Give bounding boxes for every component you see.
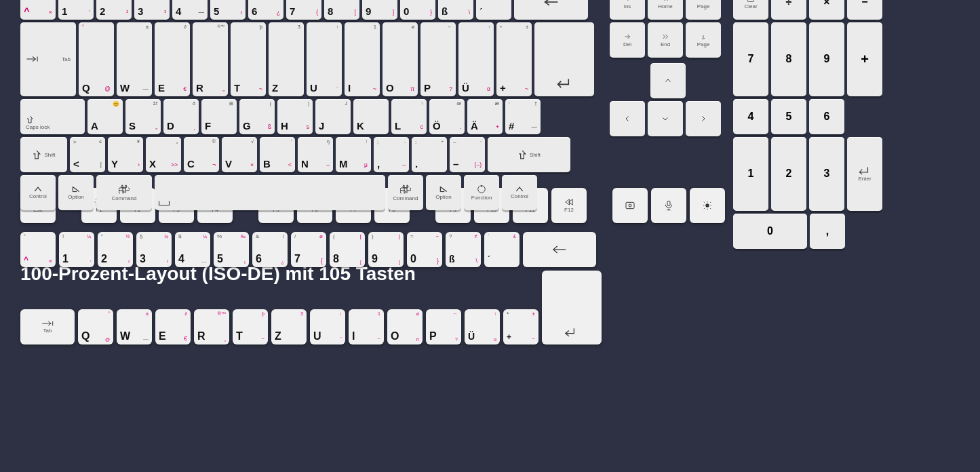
key-3[interactable]: § ¾ 3 ³ [134, 0, 170, 20]
key-enter[interactable] [534, 22, 594, 96]
key-space[interactable] [155, 175, 385, 210]
key-1[interactable]: ! ¼ 1 ' [58, 0, 94, 20]
key-7[interactable]: / ø 7 { [286, 0, 321, 20]
key-plus[interactable]: * ± + ~ [503, 309, 538, 345]
key-page-up[interactable]: Page [686, 0, 721, 20]
key-j[interactable]: J J [315, 99, 351, 134]
key-num-clear[interactable]: Clear [733, 0, 768, 20]
key-num-0[interactable]: 0 [733, 214, 807, 249]
key-left-option[interactable]: Option [58, 175, 94, 210]
key-u[interactable]: ↑ U ¨ [310, 309, 345, 345]
key-caret[interactable]: ° ^ × [20, 0, 56, 20]
key-backtick[interactable]: ˋ £ ´ [484, 232, 520, 267]
key-z[interactable]: 3 Z [269, 22, 304, 96]
key-backspace[interactable] [523, 232, 596, 267]
key-k[interactable]: K [353, 99, 389, 134]
key-u[interactable]: ↑ U ¨ [307, 22, 342, 96]
key-r[interactable]: ®™ R „ [193, 22, 228, 96]
key-num-4[interactable]: 4 [733, 99, 768, 134]
key-e[interactable]: ∂ E € [155, 22, 190, 96]
key-plus-star[interactable]: * ± + ~ [496, 22, 532, 96]
key-b[interactable]: ' B < [260, 137, 295, 172]
key-s[interactable]: Σf S „ [125, 99, 161, 134]
key-down[interactable] [648, 101, 683, 136]
key-ae[interactable]: æ Ä + [467, 99, 503, 134]
key-f[interactable]: ⊞ F [201, 99, 237, 134]
key-num-6[interactable]: 6 [809, 99, 844, 134]
key-3[interactable]: § ¾ 3 ³ [136, 232, 172, 267]
key-e[interactable]: ∂ E € [155, 309, 191, 345]
key-g[interactable]: ( G ß [239, 99, 275, 134]
key-o[interactable]: ø O π [383, 22, 418, 96]
key-h[interactable]: ) H s [277, 99, 313, 134]
key-acute[interactable]: ˋ £ ´ [476, 0, 511, 20]
key-r[interactable]: ®™ R „ [194, 309, 229, 345]
key-2[interactable]: " ½ 2 ² [96, 0, 132, 20]
key-a[interactable]: 😊 A [87, 99, 123, 134]
key-num-5[interactable]: 5 [771, 99, 806, 134]
key-num-mul[interactable]: × [809, 0, 844, 20]
key-i[interactable]: 1 I ~ [349, 309, 384, 345]
key-6[interactable]: & / 6 ¿ [252, 232, 288, 267]
key-home[interactable]: Home [648, 0, 683, 20]
key-9[interactable]: ) ⌋ 9 ] [362, 0, 397, 20]
key-hash[interactable]: ' † # — [505, 99, 541, 134]
key-caps-lock[interactable]: Caps lock [20, 99, 85, 134]
key-9[interactable]: ) ] 9 ] [368, 232, 404, 267]
key-4[interactable]: $ ¼ 4 — [172, 0, 208, 20]
key-l[interactable]: ↑ L c [391, 99, 427, 134]
key-0[interactable]: = ÷ 0 } [400, 0, 435, 20]
key-num-2[interactable]: 2 [771, 137, 806, 211]
key-brightness-kb[interactable] [690, 188, 725, 223]
key-backspace[interactable] [514, 0, 588, 20]
key-comma[interactable]: ; . , – [374, 137, 409, 172]
key-w[interactable]: a W — [117, 309, 152, 345]
key-left-command[interactable]: Command [96, 175, 152, 210]
key-p[interactable]: ← P ? [426, 309, 461, 345]
key-page-down[interactable]: Page [686, 22, 721, 58]
key-period[interactable]: : ÷ . [412, 137, 447, 172]
key-1[interactable]: ! ¼ 1 ' [59, 232, 94, 267]
key-left-shift[interactable]: Shift [20, 137, 67, 172]
key-ue[interactable]: ↑ Ü α [458, 22, 494, 96]
key-left-control[interactable]: Control [20, 175, 56, 210]
key-num-div[interactable]: ÷ [771, 0, 806, 20]
key-y[interactable]: ¥ Y › [108, 137, 143, 172]
key-left[interactable] [610, 101, 645, 136]
key-num-plus[interactable]: + [847, 22, 882, 96]
key-num-comma[interactable]: , [810, 214, 845, 249]
key-z[interactable]: 3 Z [271, 309, 307, 345]
key-8[interactable]: ( [ 8 [ [330, 232, 365, 267]
key-d[interactable]: ð D ¸ [163, 99, 199, 134]
key-6[interactable]: & / 6 ¿ [248, 0, 283, 20]
key-num-enter[interactable]: Enter [847, 137, 882, 211]
key-sharp-s[interactable]: ? ≠ ß \ [438, 0, 473, 20]
key-4[interactable]: $ ¼ 4 — [175, 232, 210, 267]
key-f12[interactable]: F12 [551, 188, 587, 223]
key-t[interactable]: þ T ~ [233, 309, 268, 345]
key-right-shift[interactable]: Shift [488, 137, 570, 172]
key-mic[interactable] [651, 188, 686, 223]
key-num-3[interactable]: 3 [809, 137, 844, 211]
key-2[interactable]: " ½ 2 ² [98, 232, 133, 267]
key-c[interactable]: © C ¬ [184, 137, 219, 172]
key-tab[interactable]: Tab [20, 22, 76, 96]
key-enter[interactable] [542, 271, 602, 345]
key-num-minus[interactable]: − [847, 0, 882, 20]
key-i[interactable]: 1 I ~ [345, 22, 380, 96]
key-num-1[interactable]: 1 [733, 137, 768, 211]
key-v[interactable]: √ V « [222, 137, 257, 172]
key-p[interactable]: ← P ? [420, 22, 456, 96]
key-right-option[interactable]: Option [426, 175, 461, 210]
key-del[interactable]: Del [610, 22, 645, 58]
key-oe[interactable]: œ Ö . [429, 99, 465, 134]
key-right[interactable] [686, 101, 721, 136]
key-ue[interactable]: ↑ Ü α [465, 309, 500, 345]
key-right-control[interactable]: Control [502, 175, 537, 210]
key-function[interactable]: Function [464, 175, 499, 210]
key-m[interactable]: ↑ M μ [336, 137, 371, 172]
key-t[interactable]: þ T ~ [231, 22, 266, 96]
key-0[interactable]: = ÷ 0 } [407, 232, 442, 267]
key-ins[interactable]: Ins [610, 0, 645, 20]
key-up[interactable] [650, 63, 686, 98]
